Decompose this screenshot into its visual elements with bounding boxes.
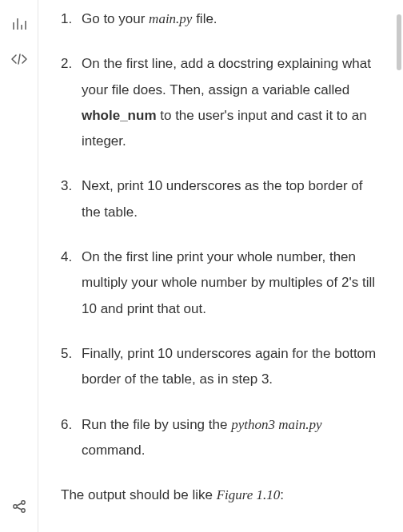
step-6-cmd: python3 main.py <box>231 417 321 432</box>
step-4: On the first line print your whole numbe… <box>61 244 381 322</box>
step-6-text-c: command. <box>82 443 145 458</box>
step-4-text: On the first line print your whole numbe… <box>82 249 375 316</box>
sidebar <box>0 0 38 532</box>
svg-line-8 <box>17 503 22 506</box>
svg-point-7 <box>21 509 24 512</box>
step-5-text: Finally, print 10 underscores again for … <box>82 346 376 387</box>
step-2-var: whole_num <box>82 108 157 123</box>
step-3: Next, print 10 underscores as the top bo… <box>61 173 381 225</box>
step-1-text-a: Go to your <box>82 11 149 26</box>
code-icon[interactable] <box>6 46 32 72</box>
step-5: Finally, print 10 underscores again for … <box>61 341 381 393</box>
closing-a: The output should be like <box>61 487 217 502</box>
step-2-text-a: On the first line, add a docstring expla… <box>82 56 371 97</box>
instruction-list: Go to your main.py file. On the first li… <box>61 6 381 463</box>
step-3-text: Next, print 10 underscores as the top bo… <box>82 178 363 219</box>
step-6-text-a: Run the file by using the <box>82 417 231 432</box>
step-1-text-c: file. <box>192 11 217 26</box>
step-2: On the first line, add a docstring expla… <box>61 51 381 154</box>
svg-point-5 <box>13 505 16 508</box>
share-icon[interactable] <box>6 494 32 519</box>
svg-line-4 <box>18 54 20 64</box>
scrollbar[interactable] <box>397 14 401 70</box>
step-6: Run the file by using the python3 main.p… <box>61 412 381 464</box>
content-area: Go to your main.py file. On the first li… <box>38 0 403 532</box>
closing-text: The output should be like Figure 1.10: <box>61 482 381 508</box>
chart-icon[interactable] <box>6 11 32 37</box>
step-1: Go to your main.py file. <box>61 6 381 32</box>
svg-point-6 <box>21 501 24 504</box>
closing-c: : <box>280 487 284 502</box>
svg-line-9 <box>17 507 22 510</box>
closing-figure: Figure 1.10 <box>217 487 281 502</box>
step-1-file: main.py <box>149 11 192 26</box>
